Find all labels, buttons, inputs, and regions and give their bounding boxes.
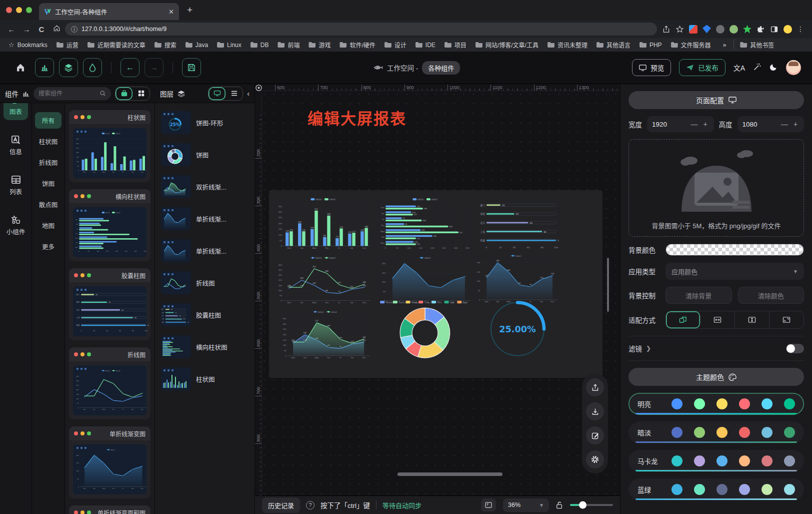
rail-item-info[interactable]: 信息 [4, 131, 28, 160]
bookmark-item[interactable]: 搜索 [151, 39, 180, 51]
collapse-panel-icon[interactable]: ‹ [247, 90, 250, 98]
close-tab-icon[interactable]: ✕ [168, 8, 174, 16]
layer-thumb-view-toggle[interactable] [208, 87, 226, 100]
height-decrease-button[interactable]: — [781, 120, 788, 128]
theme-row[interactable]: 明亮 [628, 393, 804, 415]
extensions-puzzle-icon[interactable] [756, 25, 765, 34]
height-increase-button[interactable]: + [792, 120, 799, 128]
window-controls[interactable] [0, 7, 39, 13]
bookmark-item[interactable]: 其他语言 [593, 39, 634, 51]
bookmark-star-icon[interactable] [676, 25, 684, 34]
layer-item[interactable]: 厦门20南阳40北京60上海80新疆100 胶囊柱图 [159, 301, 250, 328]
profile-avatar-icon[interactable] [784, 25, 792, 34]
bookmark-item[interactable]: » [716, 40, 730, 50]
bookmark-item[interactable]: Linux [214, 40, 245, 50]
chevron-right-icon[interactable]: ❯ [646, 345, 651, 352]
rail-item-list[interactable]: 列表 [4, 171, 28, 200]
zoom-slider[interactable] [570, 504, 613, 506]
horizontal-bar-chart[interactable]: data1data2050100150200250300350120200150… [380, 197, 473, 251]
close-window-button[interactable] [6, 7, 12, 13]
progress-ring-chart[interactable]: 25.00% [488, 298, 547, 359]
lock-icon[interactable] [556, 501, 563, 509]
category-item[interactable]: 所有 [35, 112, 62, 129]
edit-button[interactable] [586, 426, 604, 444]
page-config-button[interactable]: 页面配置 [628, 91, 804, 109]
layer-item[interactable]: 25% 饼图-环形 [159, 109, 250, 136]
theme-row[interactable]: 蓝绿 [628, 478, 804, 500]
share-icon[interactable] [662, 25, 670, 34]
publish-button[interactable]: 已发布 [679, 59, 726, 76]
bookmark-item[interactable]: 网站/博客/文章/工具 [472, 39, 542, 51]
category-item[interactable]: 地图 [35, 217, 62, 234]
address-bar[interactable]: i 127.0.0.1:3000/#/chart/home/9 [65, 23, 657, 36]
single-view-toggle[interactable] [116, 87, 132, 100]
layer-item[interactable]: 单折线渐... [159, 205, 250, 232]
component-card[interactable]: 胶囊柱图 厦门20南阳40北京60上海80新疆100020406080100 [69, 268, 150, 340]
bookmark-item[interactable]: 项目 [441, 39, 470, 51]
layer-item[interactable]: 柱状图 [159, 365, 250, 392]
rail-item-widgets[interactable]: 小组件 [4, 211, 28, 240]
board-title-text[interactable]: 编辑大屏报表 [308, 106, 406, 129]
bookmark-item[interactable]: IDE [412, 40, 439, 50]
home-button[interactable] [11, 58, 30, 77]
component-card[interactable]: 单折线渐变图 data1050100150200MonTueWedThuFriS… [69, 426, 150, 498]
bookmark-item[interactable]: 资讯未整理 [544, 39, 591, 51]
clear-color-button[interactable]: 清除颜色 [738, 287, 804, 304]
design-canvas[interactable]: 6007008009001000110012001300 20030040050… [255, 84, 620, 495]
settings-gear-icon[interactable] [586, 450, 604, 468]
category-item[interactable]: 饼图 [35, 175, 62, 192]
bookmark-item[interactable]: 文件服务器 [668, 39, 714, 51]
history-button[interactable]: 历史记录 [262, 497, 300, 513]
browser-menu-icon[interactable]: ⋮ [797, 25, 804, 33]
extension-badge-icon[interactable] [689, 25, 698, 34]
category-item[interactable]: 折线图 [35, 154, 62, 171]
extension-green-icon[interactable] [730, 25, 738, 34]
theme-row[interactable]: 暗淡 [628, 421, 804, 443]
filter-toggle[interactable] [786, 344, 804, 353]
category-item[interactable]: 柱状图 [35, 133, 62, 150]
user-avatar[interactable] [786, 60, 801, 75]
language-icon[interactable]: 文A [734, 63, 745, 73]
forward-icon[interactable]: → [20, 25, 33, 34]
zoom-slider-knob[interactable] [579, 501, 586, 509]
ruler-toggle-eye-icon[interactable] [255, 84, 262, 94]
undo-button[interactable]: ← [120, 58, 140, 77]
dark-mode-moon-icon[interactable] [770, 63, 778, 73]
minimize-window-button[interactable] [16, 7, 22, 13]
add-layer-button[interactable] [59, 58, 78, 77]
import-button[interactable] [586, 402, 604, 420]
bg-color-swatch[interactable] [666, 244, 804, 256]
capsule-bar-chart[interactable]: 厦门20南阳40北京60上海80新疆100020406080100 [478, 199, 559, 249]
width-value[interactable]: 1920 [652, 121, 687, 128]
save-button[interactable] [182, 58, 201, 77]
bookmark-item[interactable]: 前端 [274, 39, 303, 51]
donut-pie-chart[interactable]: MonTueWedThuFriSatSun [370, 299, 480, 359]
fit-height-option[interactable] [735, 311, 770, 328]
bookmark-item[interactable]: 其他书签 [734, 39, 778, 51]
vertical-scrollbar[interactable] [607, 258, 609, 312]
background-upload-dropzone[interactable]: 背景图需小于 5M，格式为 png/jpg/gif 的文件 [628, 139, 804, 237]
maximize-window-button[interactable] [26, 7, 32, 13]
component-card[interactable]: 单折线渐变面积图 data1050100150200MonTueWedThuFr… [69, 505, 150, 514]
layer-item[interactable]: 折线图 [159, 269, 250, 296]
fit-width-option[interactable] [700, 311, 735, 328]
add-decoration-button[interactable] [83, 58, 102, 77]
bar-chart[interactable]: data1data2050100150200250300350120200150… [276, 197, 372, 251]
layer-item[interactable]: 横向柱状图 [159, 333, 250, 360]
magic-wand-icon[interactable] [753, 63, 762, 73]
bookmark-item[interactable]: 游戏 [305, 39, 334, 51]
component-card[interactable]: 折线图 data1data2050100150200250300350MonTu… [69, 347, 150, 419]
site-info-icon[interactable]: i [71, 26, 78, 33]
export-button[interactable] [586, 378, 604, 396]
width-stepper[interactable]: 1920 — + [647, 116, 714, 132]
width-decrease-button[interactable]: — [691, 120, 698, 128]
dashboard-preview[interactable]: data1data2050100150200250300350120200150… [269, 190, 602, 378]
single-line-chart[interactable]: data1050100150200MonTueWedThuFriSatSun [380, 255, 473, 305]
fit-scale-option[interactable] [666, 311, 700, 328]
bookmark-item[interactable]: 设计 [381, 39, 410, 51]
bookmark-item[interactable]: 软件/硬件 [336, 39, 378, 51]
pin-extension-icon[interactable] [702, 25, 711, 34]
height-stepper[interactable]: 1080 — + [738, 116, 804, 132]
height-value[interactable]: 1080 [742, 121, 778, 128]
redo-button[interactable]: → [144, 58, 164, 77]
